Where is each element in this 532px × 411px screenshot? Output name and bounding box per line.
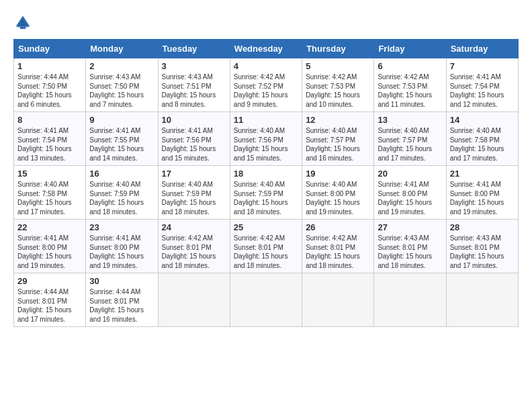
calendar-cell: 18 Sunrise: 4:40 AM Sunset: 7:59 PM Dayl…	[230, 166, 302, 220]
calendar-week-4: 22 Sunrise: 4:41 AM Sunset: 8:00 PM Dayl…	[14, 220, 519, 273]
calendar-week-3: 15 Sunrise: 4:40 AM Sunset: 7:58 PM Dayl…	[14, 166, 519, 220]
day-info: Sunrise: 4:41 AM Sunset: 8:00 PM Dayligh…	[89, 234, 154, 270]
logo	[13, 13, 35, 32]
calendar-cell: 16 Sunrise: 4:40 AM Sunset: 7:59 PM Dayl…	[86, 166, 158, 220]
col-header-friday: Friday	[374, 40, 446, 58]
day-info: Sunrise: 4:42 AM Sunset: 7:53 PM Dayligh…	[378, 73, 442, 109]
day-info: Sunrise: 4:40 AM Sunset: 7:58 PM Dayligh…	[450, 126, 515, 163]
calendar-cell: 5 Sunrise: 4:42 AM Sunset: 7:53 PM Dayli…	[302, 58, 374, 112]
calendar-cell	[374, 273, 446, 327]
day-info: Sunrise: 4:44 AM Sunset: 8:01 PM Dayligh…	[17, 287, 82, 324]
calendar-cell	[230, 273, 302, 327]
day-info: Sunrise: 4:40 AM Sunset: 7:59 PM Dayligh…	[89, 180, 154, 216]
day-info: Sunrise: 4:42 AM Sunset: 8:01 PM Dayligh…	[162, 234, 226, 270]
svg-rect-2	[20, 27, 26, 30]
calendar-cell: 29 Sunrise: 4:44 AM Sunset: 8:01 PM Dayl…	[14, 273, 86, 327]
calendar-cell: 27 Sunrise: 4:43 AM Sunset: 8:01 PM Dayl…	[374, 220, 446, 273]
day-info: Sunrise: 4:43 AM Sunset: 8:01 PM Dayligh…	[450, 234, 515, 270]
col-header-thursday: Thursday	[302, 40, 374, 58]
day-info: Sunrise: 4:42 AM Sunset: 7:53 PM Dayligh…	[306, 73, 370, 109]
calendar-cell: 22 Sunrise: 4:41 AM Sunset: 8:00 PM Dayl…	[14, 220, 86, 273]
day-info: Sunrise: 4:40 AM Sunset: 7:56 PM Dayligh…	[234, 126, 298, 163]
day-number: 13	[378, 115, 442, 125]
calendar-cell	[158, 273, 230, 327]
calendar-cell: 13 Sunrise: 4:40 AM Sunset: 7:57 PM Dayl…	[374, 112, 446, 166]
day-number: 20	[378, 169, 442, 179]
day-info: Sunrise: 4:40 AM Sunset: 7:57 PM Dayligh…	[306, 126, 370, 163]
day-number: 11	[234, 115, 298, 125]
calendar-cell	[446, 273, 518, 327]
day-info: Sunrise: 4:40 AM Sunset: 8:00 PM Dayligh…	[306, 180, 370, 216]
calendar-cell: 6 Sunrise: 4:42 AM Sunset: 7:53 PM Dayli…	[374, 58, 446, 112]
day-info: Sunrise: 4:41 AM Sunset: 7:54 PM Dayligh…	[17, 126, 82, 163]
col-header-saturday: Saturday	[446, 40, 518, 58]
day-info: Sunrise: 4:41 AM Sunset: 7:55 PM Dayligh…	[89, 126, 154, 163]
calendar-week-1: 1 Sunrise: 4:44 AM Sunset: 7:50 PM Dayli…	[14, 58, 519, 112]
day-number: 14	[450, 115, 515, 125]
day-info: Sunrise: 4:44 AM Sunset: 8:01 PM Dayligh…	[89, 287, 154, 324]
col-header-wednesday: Wednesday	[230, 40, 302, 58]
day-number: 5	[306, 61, 370, 71]
calendar-header-row: SundayMondayTuesdayWednesdayThursdayFrid…	[14, 40, 519, 58]
calendar-cell: 19 Sunrise: 4:40 AM Sunset: 8:00 PM Dayl…	[302, 166, 374, 220]
calendar-cell: 25 Sunrise: 4:42 AM Sunset: 8:01 PM Dayl…	[230, 220, 302, 273]
calendar-cell: 17 Sunrise: 4:40 AM Sunset: 7:59 PM Dayl…	[158, 166, 230, 220]
day-number: 27	[378, 222, 442, 232]
day-number: 15	[17, 169, 82, 179]
calendar-cell: 30 Sunrise: 4:44 AM Sunset: 8:01 PM Dayl…	[86, 273, 158, 327]
day-number: 9	[89, 115, 154, 125]
calendar-cell: 23 Sunrise: 4:41 AM Sunset: 8:00 PM Dayl…	[86, 220, 158, 273]
day-info: Sunrise: 4:40 AM Sunset: 7:58 PM Dayligh…	[17, 180, 82, 216]
calendar-cell	[302, 273, 374, 327]
day-info: Sunrise: 4:42 AM Sunset: 8:01 PM Dayligh…	[234, 234, 298, 270]
calendar-week-2: 8 Sunrise: 4:41 AM Sunset: 7:54 PM Dayli…	[14, 112, 519, 166]
day-info: Sunrise: 4:43 AM Sunset: 8:01 PM Dayligh…	[378, 234, 442, 270]
day-info: Sunrise: 4:41 AM Sunset: 8:00 PM Dayligh…	[378, 180, 442, 216]
calendar-cell: 24 Sunrise: 4:42 AM Sunset: 8:01 PM Dayl…	[158, 220, 230, 273]
day-info: Sunrise: 4:44 AM Sunset: 7:50 PM Dayligh…	[17, 73, 82, 109]
calendar-cell: 3 Sunrise: 4:43 AM Sunset: 7:51 PM Dayli…	[158, 58, 230, 112]
calendar-cell: 2 Sunrise: 4:43 AM Sunset: 7:50 PM Dayli…	[86, 58, 158, 112]
day-number: 3	[162, 61, 226, 71]
col-header-tuesday: Tuesday	[158, 40, 230, 58]
day-info: Sunrise: 4:41 AM Sunset: 8:00 PM Dayligh…	[17, 234, 82, 270]
logo-icon	[13, 13, 32, 32]
day-number: 30	[89, 276, 154, 286]
day-number: 12	[306, 115, 370, 125]
day-number: 10	[162, 115, 226, 125]
day-info: Sunrise: 4:40 AM Sunset: 7:59 PM Dayligh…	[162, 180, 226, 216]
calendar-cell: 8 Sunrise: 4:41 AM Sunset: 7:54 PM Dayli…	[14, 112, 86, 166]
calendar-cell: 11 Sunrise: 4:40 AM Sunset: 7:56 PM Dayl…	[230, 112, 302, 166]
day-info: Sunrise: 4:41 AM Sunset: 7:54 PM Dayligh…	[450, 73, 515, 109]
calendar-cell: 20 Sunrise: 4:41 AM Sunset: 8:00 PM Dayl…	[374, 166, 446, 220]
day-info: Sunrise: 4:40 AM Sunset: 7:59 PM Dayligh…	[234, 180, 298, 216]
calendar-week-5: 29 Sunrise: 4:44 AM Sunset: 8:01 PM Dayl…	[14, 273, 519, 327]
day-number: 8	[17, 115, 82, 125]
day-info: Sunrise: 4:41 AM Sunset: 8:00 PM Dayligh…	[450, 180, 515, 216]
day-number: 22	[17, 222, 82, 232]
col-header-monday: Monday	[86, 40, 158, 58]
day-number: 6	[378, 61, 442, 71]
calendar-cell: 4 Sunrise: 4:42 AM Sunset: 7:52 PM Dayli…	[230, 58, 302, 112]
day-number: 21	[450, 169, 515, 179]
day-number: 29	[17, 276, 82, 286]
day-number: 24	[162, 222, 226, 232]
calendar-cell: 26 Sunrise: 4:42 AM Sunset: 8:01 PM Dayl…	[302, 220, 374, 273]
calendar-cell: 21 Sunrise: 4:41 AM Sunset: 8:00 PM Dayl…	[446, 166, 518, 220]
calendar-table: SundayMondayTuesdayWednesdayThursdayFrid…	[13, 39, 519, 327]
calendar-cell: 9 Sunrise: 4:41 AM Sunset: 7:55 PM Dayli…	[86, 112, 158, 166]
calendar-body: 1 Sunrise: 4:44 AM Sunset: 7:50 PM Dayli…	[14, 58, 519, 327]
day-number: 23	[89, 222, 154, 232]
day-number: 28	[450, 222, 515, 232]
calendar-cell: 14 Sunrise: 4:40 AM Sunset: 7:58 PM Dayl…	[446, 112, 518, 166]
day-number: 17	[162, 169, 226, 179]
calendar-cell: 1 Sunrise: 4:44 AM Sunset: 7:50 PM Dayli…	[14, 58, 86, 112]
day-number: 16	[89, 169, 154, 179]
day-info: Sunrise: 4:43 AM Sunset: 7:51 PM Dayligh…	[162, 73, 226, 109]
day-info: Sunrise: 4:41 AM Sunset: 7:56 PM Dayligh…	[162, 126, 226, 163]
day-number: 19	[306, 169, 370, 179]
calendar-cell: 12 Sunrise: 4:40 AM Sunset: 7:57 PM Dayl…	[302, 112, 374, 166]
day-number: 1	[17, 61, 82, 71]
calendar-cell: 10 Sunrise: 4:41 AM Sunset: 7:56 PM Dayl…	[158, 112, 230, 166]
day-info: Sunrise: 4:43 AM Sunset: 7:50 PM Dayligh…	[89, 73, 154, 109]
